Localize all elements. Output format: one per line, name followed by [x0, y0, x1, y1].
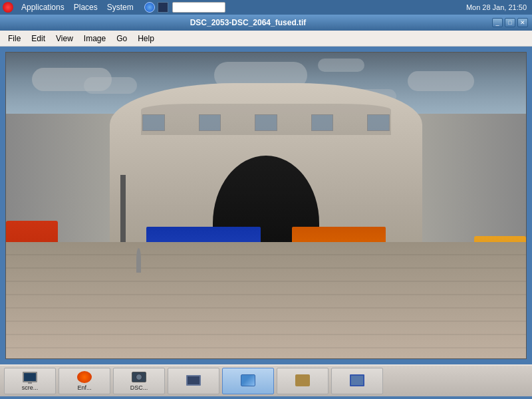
application-menu-bar: File Edit View Image Go Help	[0, 31, 532, 47]
image-menu[interactable]: Image	[78, 33, 111, 45]
cloud	[84, 77, 137, 94]
monitor-icon	[186, 374, 201, 386]
taskbar-label-dsc: DSC...	[115, 384, 163, 391]
taskbar-item-tool[interactable]	[277, 368, 329, 394]
system-menu[interactable]: System	[103, 1, 138, 13]
taskbar-label-firefox: Enf...	[61, 384, 108, 391]
taskbar-item-firefox[interactable]: Enf...	[59, 368, 110, 394]
taskbar-item-dsc[interactable]: DSC...	[113, 368, 165, 394]
minimize-button[interactable]: _	[492, 18, 503, 27]
system-bar: Applications Places System Mon 28 Jan, 2…	[0, 0, 532, 15]
window-controls: _ □ ✕	[492, 18, 528, 27]
firefox-icon	[76, 371, 92, 383]
taskbar-item-window-manager[interactable]	[331, 368, 383, 394]
places-menu[interactable]: Places	[70, 1, 102, 13]
view-menu[interactable]: View	[51, 33, 78, 45]
maximize-button[interactable]: □	[505, 18, 515, 27]
network-globe-icon	[144, 2, 155, 13]
cloud	[318, 59, 364, 72]
network-graph-icon	[158, 2, 168, 13]
taskbar-item-monitor[interactable]	[168, 368, 219, 394]
file-menu[interactable]: File	[3, 33, 26, 45]
person	[136, 248, 142, 273]
pavement	[6, 242, 526, 358]
window-title-bar: DSC_2053-DSC_2064_fused.tif _ □ ✕	[0, 15, 532, 31]
help-menu[interactable]: Help	[132, 33, 160, 45]
close-button[interactable]: ✕	[517, 18, 528, 27]
system-tray	[144, 2, 168, 13]
search-input[interactable]	[172, 2, 225, 13]
camera-app-icon	[131, 371, 147, 383]
image-viewer-icon	[240, 374, 256, 386]
cloud	[408, 71, 474, 91]
system-logo-icon	[3, 2, 13, 13]
system-clock: Mon 28 Jan, 21:50	[466, 3, 529, 11]
screenshot-icon	[22, 371, 38, 383]
tool-icon	[295, 374, 311, 386]
window-manager-icon	[349, 374, 365, 386]
go-menu[interactable]: Go	[111, 33, 132, 45]
image-viewer[interactable]	[5, 52, 527, 359]
system-menu-bar: Applications Places System	[17, 1, 138, 13]
taskbar-item-image-viewer[interactable]	[222, 368, 274, 394]
taskbar-label-screenshot: scre...	[6, 384, 54, 391]
taskbar-item-screenshot[interactable]: scre...	[4, 368, 56, 394]
taskbar: scre... Enf... DSC...	[0, 364, 532, 396]
applications-menu[interactable]: Applications	[17, 1, 68, 13]
window-title: DSC_2053-DSC_2064_fused.tif	[4, 18, 492, 27]
edit-menu[interactable]: Edit	[26, 33, 51, 45]
